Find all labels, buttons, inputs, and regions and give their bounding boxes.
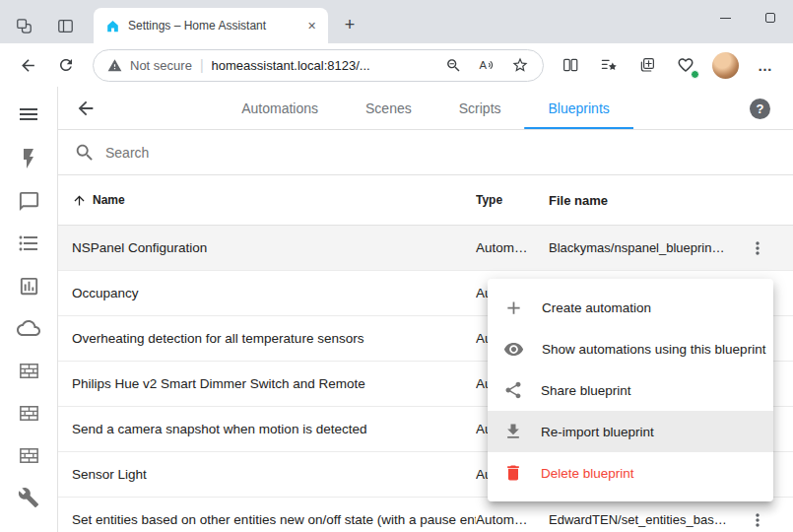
browser-menu-button[interactable]: … (748, 48, 783, 82)
sidebar-item-logbook[interactable] (17, 232, 40, 255)
tab-scripts[interactable]: Scripts (435, 87, 525, 129)
menu-item-reimport-blueprint[interactable]: Re-import blueprint (488, 411, 773, 452)
menu-item-create-automation[interactable]: Create automation (488, 287, 773, 328)
refresh-button[interactable] (48, 48, 84, 82)
security-label[interactable]: Not secure (130, 58, 192, 73)
back-arrow-icon (75, 98, 97, 119)
row-type-cell: Autom… (476, 512, 549, 527)
search-input[interactable] (105, 145, 777, 161)
column-header-type[interactable]: Type (476, 193, 549, 207)
wall-icon (18, 402, 40, 425)
zoom-out-button[interactable] (440, 52, 466, 78)
zoom-out-icon (445, 57, 462, 74)
refresh-icon (57, 56, 75, 74)
url-text[interactable]: homeassistant.local:8123/... (212, 58, 432, 73)
share-icon (503, 380, 523, 400)
download-icon (503, 422, 523, 441)
profile-avatar[interactable] (712, 52, 739, 79)
browser-titlebar: Settings – Home Assistant ✕ + (0, 0, 793, 43)
address-divider: | (200, 57, 204, 73)
sidebar-item-tools[interactable] (17, 486, 40, 509)
split-screen-button[interactable] (553, 48, 588, 82)
browser-tab[interactable]: Settings – Home Assistant ✕ (94, 8, 328, 43)
new-tab-button[interactable]: + (338, 13, 362, 36)
wrench-icon (18, 487, 39, 508)
ha-appbar: Automations Scenes Scripts Blueprints ? (58, 87, 793, 130)
column-header-name[interactable]: Name (93, 193, 125, 207)
maximize-icon (765, 13, 775, 23)
row-type-cell: Autom… (476, 240, 549, 255)
wall-icon (18, 360, 40, 382)
tab-blueprints[interactable]: Blueprints (525, 87, 633, 129)
tab-layout-button[interactable] (51, 14, 79, 37)
wall-icon (18, 444, 40, 467)
sort-ascending-icon (72, 193, 87, 208)
row-name-cell: NSPanel Configuration (58, 240, 476, 255)
tab-title: Settings – Home Assistant (128, 19, 296, 33)
kebab-menu-icon (748, 510, 767, 530)
row-file-cell: EdwardTEN/set_entities_bas… (549, 512, 736, 527)
ha-sidebar (0, 87, 58, 532)
eye-icon (503, 339, 524, 360)
split-screen-icon (562, 56, 579, 74)
workspaces-icon (15, 17, 33, 35)
collections-button[interactable] (629, 48, 665, 82)
cloud-icon (17, 316, 40, 340)
table-row[interactable]: Set entities based on other entities new… (58, 498, 793, 532)
window-controls (702, 0, 793, 35)
sidebar-item-wall-3[interactable] (17, 443, 40, 467)
menu-item-share-blueprint[interactable]: Share blueprint (488, 369, 773, 411)
favorites-hub-button[interactable] (591, 48, 627, 82)
bar-chart-icon (18, 275, 40, 298)
ha-back-button[interactable] (66, 89, 105, 128)
status-dot (691, 70, 699, 79)
sidebar-item-cloud[interactable] (17, 316, 40, 340)
browser-essentials-button[interactable] (668, 48, 703, 82)
sidebar-menu-button[interactable] (12, 99, 45, 130)
window-maximize-button[interactable] (748, 0, 793, 35)
row-file-cell: Blackymas/nspanel_blueprin… (549, 240, 736, 255)
row-name-cell: Set entities based on other entities new… (58, 512, 476, 527)
back-icon (19, 56, 37, 75)
blueprint-context-menu: Create automation Show automations using… (488, 279, 773, 501)
tab-scenes[interactable]: Scenes (342, 87, 435, 129)
sidebar-item-energy[interactable] (17, 147, 40, 170)
window-minimize-button[interactable] (702, 0, 748, 35)
nav-tabs: Automations Scenes Scripts Blueprints (218, 87, 633, 129)
tab-automations[interactable]: Automations (218, 87, 342, 129)
sidebar-item-chat[interactable] (17, 189, 40, 213)
workspaces-button[interactable] (10, 14, 37, 37)
favorite-star-button[interactable] (507, 52, 533, 78)
favorites-hub-icon (600, 56, 619, 75)
menu-item-delete-blueprint[interactable]: Delete blueprint (488, 452, 773, 494)
menu-item-show-automations[interactable]: Show automations using this blueprint (488, 328, 773, 369)
menu-item-label: Show automations using this blueprint (542, 342, 765, 357)
menu-item-label: Delete blueprint (541, 466, 634, 481)
address-bar[interactable]: Not secure | homeassistant.local:8123/..… (93, 49, 544, 82)
row-name-cell: Send a camera snapshot when motion is de… (58, 422, 476, 436)
tab-layout-icon (56, 17, 75, 35)
sidebar-item-wall-2[interactable] (17, 401, 40, 425)
help-button[interactable]: ? (750, 99, 770, 119)
row-name-cell: Sensor Light (58, 467, 476, 482)
kebab-menu-icon (748, 238, 767, 258)
table-row[interactable]: NSPanel Configuration Autom… Blackymas/n… (58, 226, 793, 271)
browser-window: Settings – Home Assistant ✕ + Not secure… (0, 0, 793, 532)
star-icon (511, 56, 529, 74)
tab-close-button[interactable]: ✕ (303, 18, 320, 34)
row-overflow-menu-button[interactable] (744, 506, 771, 532)
chat-icon (18, 190, 40, 213)
menu-item-label: Share blueprint (541, 383, 631, 398)
row-name-cell: Philips Hue v2 Smart Dimmer Switch and R… (58, 376, 476, 391)
read-aloud-icon (478, 56, 496, 74)
read-aloud-button[interactable] (474, 52, 499, 78)
sidebar-item-wall-1[interactable] (17, 359, 40, 382)
row-overflow-menu-button[interactable] (744, 234, 771, 262)
back-button[interactable] (10, 48, 45, 82)
row-name-cell: Occupancy (58, 286, 476, 300)
menu-icon (17, 102, 40, 126)
sidebar-item-history[interactable] (17, 274, 40, 298)
menu-item-label: Re-import blueprint (541, 425, 654, 439)
trash-icon (503, 463, 523, 483)
column-header-file[interactable]: File name (549, 193, 736, 208)
